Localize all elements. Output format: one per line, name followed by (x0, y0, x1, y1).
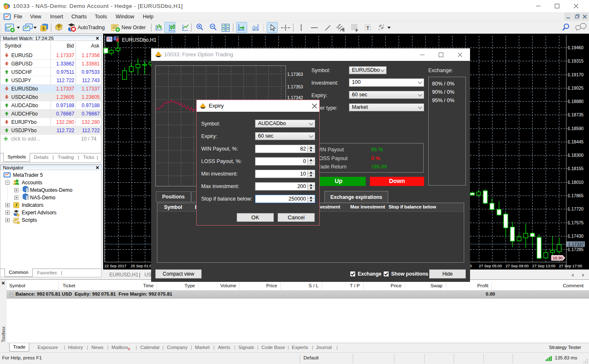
svg-text:1.17285: 1.17285 (568, 247, 584, 252)
svg-text:1.18590: 1.18590 (568, 126, 584, 131)
svg-text:EURUSDbo,H1: EURUSDbo,H1 (122, 37, 157, 43)
svg-text:27 Sep 09:00: 27 Sep 09:00 (506, 264, 528, 268)
svg-text:1.18155: 1.18155 (568, 166, 584, 171)
svg-text:1.18300: 1.18300 (568, 153, 584, 158)
svg-text:27 Sep 13:00: 27 Sep 13:00 (532, 264, 555, 268)
svg-text:1.18735: 1.18735 (568, 112, 584, 117)
svg-text:1.19025: 1.19025 (568, 85, 584, 90)
svg-text:1.19315: 1.19315 (568, 58, 584, 63)
svg-text:22 Sep 2017: 22 Sep 2017 (104, 264, 126, 268)
svg-text:1.19460: 1.19460 (568, 45, 584, 50)
svg-text:27 Sep 17:00: 27 Sep 17:00 (559, 264, 582, 268)
svg-text:16:30: 16:30 (553, 256, 563, 260)
svg-text:1.17575: 1.17575 (568, 220, 584, 225)
svg-text:T: T (367, 25, 369, 30)
svg-text:1.18010: 1.18010 (568, 180, 584, 185)
svg-text:E: E (342, 28, 345, 32)
svg-text:1.18880: 1.18880 (568, 99, 584, 104)
svg-text:1.17430: 1.17430 (568, 233, 584, 238)
svg-text:1.18445: 1.18445 (568, 139, 584, 144)
svg-text:25 Sep 01:00: 25 Sep 01:00 (131, 264, 154, 268)
svg-text:F: F (356, 28, 358, 33)
svg-text:1.17865: 1.17865 (568, 193, 584, 198)
svg-text:27 Sep 05:00: 27 Sep 05:00 (479, 264, 502, 268)
svg-text:1.17720: 1.17720 (568, 206, 584, 211)
svg-text:5: 5 (5, 5, 7, 8)
svg-text:1.17337: 1.17337 (568, 242, 584, 247)
svg-text:1.19170: 1.19170 (568, 72, 584, 77)
svg-text:5: 5 (58, 24, 60, 28)
svg-text:$: $ (42, 26, 45, 31)
